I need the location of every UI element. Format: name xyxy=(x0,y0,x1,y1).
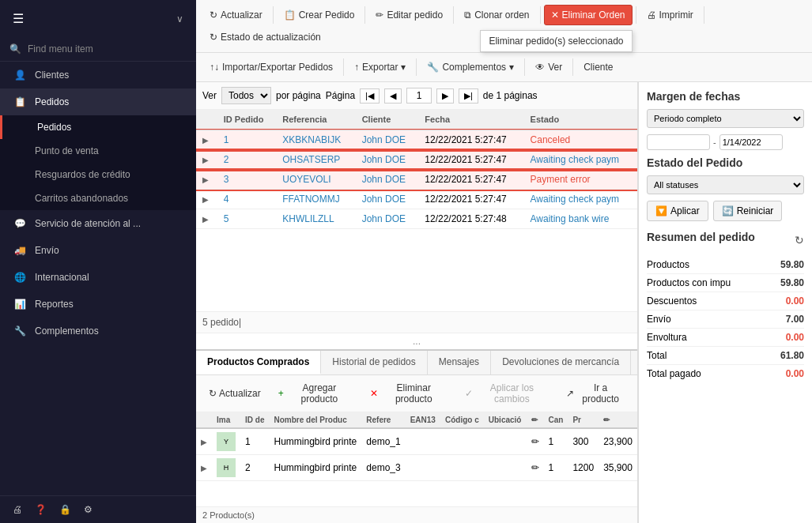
pt-col-name[interactable]: Nombre del Produc xyxy=(269,412,361,428)
crear-pedido-button[interactable]: 📋 Crear Pedido xyxy=(277,5,362,25)
col-estado[interactable]: Estado xyxy=(524,110,637,130)
clonar-orden-button[interactable]: ⧉ Clonar orden xyxy=(457,5,536,25)
exportar-button[interactable]: ↑ Exportar ▾ xyxy=(347,57,413,77)
order-client[interactable]: John DOE xyxy=(356,190,419,209)
tab-historial[interactable]: Historial de pedidos xyxy=(321,351,427,374)
pt-col-code[interactable]: Código c xyxy=(440,412,484,428)
order-ref[interactable]: XKBKNABIJK xyxy=(276,130,355,150)
per-page-select[interactable]: Todos102050 xyxy=(221,87,271,104)
table-row[interactable]: ▶ 2 OHSATSERP John DOE 12/22/2021 5:27:4… xyxy=(196,150,637,170)
ir-a-producto-button[interactable]: ↗ Ir a producto xyxy=(560,379,631,408)
prev-page-button[interactable]: ◀ xyxy=(384,88,402,103)
sidebar-submenu-resguardos[interactable]: Resguardos de crédito xyxy=(0,163,196,186)
table-row[interactable]: ▶ 3 UOYEVOLI John DOE 12/22/2021 5:27:47… xyxy=(196,170,637,190)
pt-col-qty[interactable]: Can xyxy=(544,412,568,428)
date-range-row: - xyxy=(647,134,804,150)
status-select[interactable]: All statuses xyxy=(647,175,804,194)
first-page-button[interactable]: |◀ xyxy=(360,88,380,103)
pt-col-ean[interactable]: EAN13 xyxy=(406,412,440,428)
sidebar-submenu-punto-venta[interactable]: Punto de venta xyxy=(0,139,196,163)
table-row[interactable]: ▶ 5 KHWLILZLL John DOE 12/22/2021 5:27:4… xyxy=(196,209,637,229)
date-to-input[interactable] xyxy=(719,134,783,150)
order-id[interactable]: 4 xyxy=(217,190,276,209)
sidebar-item-clientes[interactable]: 👤 Clientes xyxy=(0,62,196,88)
agregar-producto-button[interactable]: + Agregar producto xyxy=(272,379,359,408)
sidebar-item-servicio[interactable]: 💬 Servicio de atención al ... xyxy=(0,210,196,237)
content-area: Ver Todos102050 por página Página |◀ ◀ ▶… xyxy=(196,82,812,523)
search-input[interactable] xyxy=(28,43,187,55)
col-fecha[interactable]: Fecha xyxy=(418,110,523,130)
reset-filter-button[interactable]: 🔄 Reiniciar xyxy=(713,201,783,221)
settings-icon[interactable]: ⚙ xyxy=(84,504,93,515)
clientes-icon: 👤 xyxy=(13,70,27,81)
table-row[interactable]: ▶ 1 XKBKNABIJK John DOE 12/22/2021 5:27:… xyxy=(196,130,637,150)
hamburger-icon[interactable]: ☰ xyxy=(13,11,24,26)
sidebar-item-envio[interactable]: 🚚 Envío xyxy=(0,237,196,264)
aplicar-cambios-button[interactable]: ✓ Aplicar los cambios xyxy=(459,379,556,408)
sidebar-item-internacional[interactable]: 🌐 Internacional xyxy=(0,264,196,291)
order-client[interactable]: John DOE xyxy=(356,150,419,170)
pt-edit[interactable]: ✏ xyxy=(527,428,544,455)
bottom-toolbar: ↻ Actualizar + Agregar producto ✕ Elimin… xyxy=(196,375,637,412)
order-client[interactable]: John DOE xyxy=(356,170,419,190)
col-cliente[interactable]: Cliente xyxy=(356,110,419,130)
summary-refresh-icon[interactable]: ↻ xyxy=(795,234,804,246)
eliminar-orden-button[interactable]: ✕ Eliminar Orden xyxy=(544,5,633,25)
complementos-tb-icon: 🔧 xyxy=(427,62,439,73)
product-row[interactable]: ▶ H 2 Hummingbird printe demo_3 ✏ 1 1200… xyxy=(196,455,637,481)
col-ref[interactable]: Referencia xyxy=(276,110,355,130)
order-ref[interactable]: OHSATSERP xyxy=(276,150,355,170)
table-row[interactable]: ▶ 4 FFATNOMMJ John DOE 12/22/2021 5:27:4… xyxy=(196,190,637,209)
print-icon[interactable]: 🖨 xyxy=(13,504,22,515)
apply-filter-button[interactable]: 🔽 Aplicar xyxy=(647,201,708,221)
pt-col-price[interactable]: Pr xyxy=(568,412,599,428)
tab-mensajes[interactable]: Mensajes xyxy=(428,351,491,374)
tab-productos[interactable]: Productos Comprados xyxy=(196,351,321,374)
help-icon[interactable]: ❓ xyxy=(35,504,47,515)
order-ref[interactable]: FFATNOMMJ xyxy=(276,190,355,209)
period-select[interactable]: Periodo completo xyxy=(647,109,804,128)
last-page-button[interactable]: ▶| xyxy=(459,88,478,103)
col-id[interactable]: ID Pedido xyxy=(217,110,276,130)
sidebar-submenu-pedidos[interactable]: Pedidos xyxy=(0,115,196,139)
summary-title-row: Resumen del pedido ↻ xyxy=(647,231,804,250)
order-id[interactable]: 1 xyxy=(217,130,276,150)
sidebar-submenu-carritos[interactable]: Carritos abandonados xyxy=(0,186,196,210)
summary-value: 0.00 xyxy=(786,368,804,379)
status-title: Estado del Pedido xyxy=(647,156,804,169)
complementos-toolbar-button[interactable]: 🔧 Complementos ▾ xyxy=(420,57,521,77)
pt-col-id[interactable]: ID de xyxy=(240,412,269,428)
page-input[interactable] xyxy=(406,88,432,103)
lock-icon[interactable]: 🔒 xyxy=(59,504,71,515)
ver-button[interactable]: 👁 Ver xyxy=(528,57,569,77)
expand-handle[interactable]: ... xyxy=(196,333,637,349)
actualizar-button[interactable]: ↻ Actualizar xyxy=(202,5,270,25)
eliminar-producto-button[interactable]: ✕ Eliminar producto xyxy=(364,379,454,408)
next-page-button[interactable]: ▶ xyxy=(436,88,454,103)
toolbar-separator xyxy=(273,6,274,24)
pt-name: Hummingbird printe xyxy=(269,455,361,481)
sidebar-collapse-button[interactable]: ∨ xyxy=(176,13,183,24)
order-client[interactable]: John DOE xyxy=(356,209,419,229)
summary-row: Total 61.80 xyxy=(647,347,804,365)
order-id[interactable]: 2 xyxy=(217,150,276,170)
order-ref[interactable]: UOYEVOLI xyxy=(276,170,355,190)
sidebar-item-reportes[interactable]: 📊 Reportes xyxy=(0,291,196,318)
editar-pedido-button[interactable]: ✏ Editar pedido xyxy=(368,5,450,25)
order-ref[interactable]: KHWLILZLL xyxy=(276,209,355,229)
sidebar-item-complementos[interactable]: 🔧 Complementos xyxy=(0,318,196,344)
product-row[interactable]: ▶ Y 1 Hummingbird printe demo_1 ✏ 1 300 … xyxy=(196,428,637,455)
bt-actualizar-button[interactable]: ↻ Actualizar xyxy=(202,385,267,402)
order-client[interactable]: John DOE xyxy=(356,130,419,150)
importar-exportar-button[interactable]: ↑↓ Importar/Exportar Pedidos xyxy=(202,57,340,77)
pt-col-loc[interactable]: Ubicació xyxy=(484,412,527,428)
order-id[interactable]: 3 xyxy=(217,170,276,190)
imprimir-button[interactable]: 🖨 Imprimir xyxy=(640,5,701,25)
pt-col-ref[interactable]: Refere xyxy=(361,412,405,428)
estado-actualizacion-button[interactable]: ↻ Estado de actualización xyxy=(202,27,328,47)
tab-devoluciones[interactable]: Devoluciones de mercancía xyxy=(491,351,631,374)
sidebar-item-pedidos[interactable]: 📋 Pedidos xyxy=(0,88,196,115)
pt-edit[interactable]: ✏ xyxy=(527,455,544,481)
date-from-input[interactable] xyxy=(647,134,710,150)
order-id[interactable]: 5 xyxy=(217,209,276,229)
